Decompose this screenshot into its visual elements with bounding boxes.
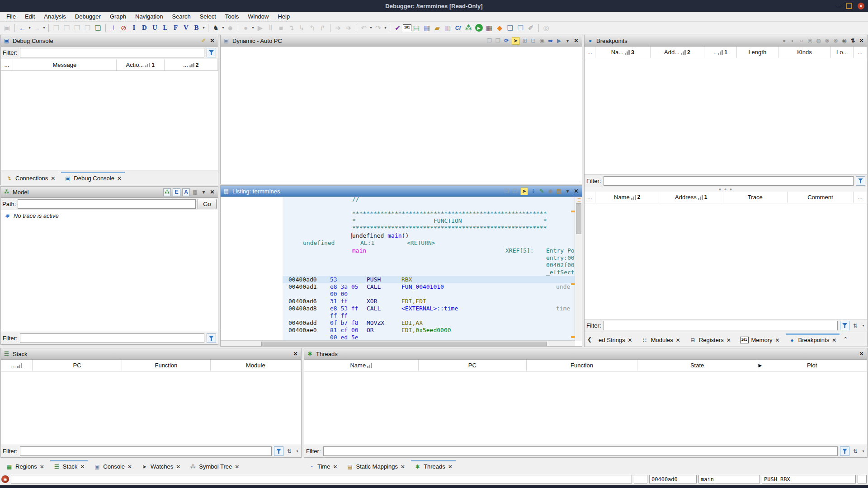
breakpoints-column-etc[interactable]: ..1: [704, 47, 737, 58]
breakpoint-locations-body[interactable]: [585, 203, 867, 319]
menu-edit[interactable]: Edit: [20, 12, 39, 21]
right-tab-registers-close[interactable]: ✕: [726, 337, 731, 343]
export-icon[interactable]: ↧: [530, 188, 537, 195]
console-tab-debug-console[interactable]: ▣Debug Console✕: [60, 172, 126, 185]
filter-funnel-icon[interactable]: [207, 333, 216, 343]
filter-funnel-icon[interactable]: [840, 446, 849, 456]
refresh-icon[interactable]: ⟳: [503, 38, 510, 44]
right-tab-modules[interactable]: ∷Modules✕: [637, 333, 684, 347]
disable-all-breakpoints-icon[interactable]: ◎: [807, 38, 813, 44]
attributes-icon[interactable]: A: [182, 188, 190, 196]
dropdown-caret-icon[interactable]: ▾: [861, 324, 865, 328]
tab-scroll-left-icon[interactable]: ❮: [585, 336, 594, 343]
back-icon-dropdown[interactable]: ▾: [28, 26, 32, 30]
breakpoints-column-kinds[interactable]: Kinds: [778, 47, 831, 58]
right-tab-memory-close[interactable]: ✕: [775, 337, 779, 343]
breakpoint-locations-column-trace[interactable]: Trace: [723, 192, 788, 203]
open-version-icon[interactable]: ❐: [62, 23, 71, 33]
function-compare-icon[interactable]: Cf: [453, 23, 463, 33]
menu-window[interactable]: Window: [243, 12, 273, 21]
bytes-table-icon[interactable]: ▥: [443, 23, 453, 33]
view-options-icon[interactable]: ▤: [556, 188, 562, 195]
set-condition-icon[interactable]: ◉: [841, 38, 848, 44]
copy-icon[interactable]: ❐: [512, 188, 519, 195]
close-icon[interactable]: ✕: [858, 351, 865, 357]
right-tab-modules-close[interactable]: ✕: [676, 337, 680, 343]
remove-breakpoint-icon[interactable]: ⊗: [824, 38, 830, 44]
threads-column-pc[interactable]: PC: [419, 360, 527, 371]
close-icon[interactable]: ✕: [209, 189, 216, 196]
menu-file[interactable]: File: [2, 12, 20, 21]
symbol-tree-toolbar-icon[interactable]: ⁂: [464, 23, 473, 33]
compare-program-icon[interactable]: ❐: [72, 23, 82, 33]
decompiler-icon[interactable]: ▦: [485, 23, 494, 33]
debug-target-icon-dropdown[interactable]: ▾: [221, 26, 225, 30]
bottom-left-tab-watches[interactable]: ➤Watches✕: [137, 460, 184, 473]
breakpoints-column-add[interactable]: Add...2: [651, 47, 705, 58]
no-entry-icon[interactable]: ⊘: [119, 23, 128, 33]
bottom-right-tab-static-mappings-close[interactable]: ✕: [401, 464, 405, 470]
track-pc-icon[interactable]: ⊟: [530, 38, 537, 44]
filter-config-icon[interactable]: ⇅: [852, 448, 859, 455]
bottom-left-tab-watches-close[interactable]: ✕: [176, 464, 180, 470]
debug-console-filter-input[interactable]: [20, 48, 205, 57]
breakpoint-l-icon[interactable]: L: [160, 23, 170, 33]
close-icon[interactable]: ✕: [292, 351, 299, 357]
dropdown-caret-icon[interactable]: ▾: [564, 38, 571, 44]
track-location-icon[interactable]: ⊞: [521, 38, 528, 44]
breakpoints-column-etc[interactable]: ...: [585, 47, 595, 58]
disconnect-icon[interactable]: ☻: [226, 23, 235, 33]
enable-all-breakpoints-icon[interactable]: ◐: [789, 38, 796, 44]
threads-column-plot[interactable]: Plot▶: [757, 360, 867, 371]
console-connect-icon[interactable]: ◎: [542, 23, 551, 33]
dynamic-header[interactable]: ▣Dynamic - Auto PC❐❐⟳➤⊞⊟◉⇒▶▾✕: [221, 35, 582, 47]
record-icon[interactable]: ●: [241, 23, 250, 33]
close-icon[interactable]: ✕: [858, 38, 865, 44]
menu-tools[interactable]: Tools: [221, 12, 243, 21]
threads-column-function[interactable]: Function: [527, 360, 637, 371]
menu-help[interactable]: Help: [273, 12, 294, 21]
filter-config-icon[interactable]: ⇅: [852, 323, 859, 329]
debug-console-column-actio[interactable]: Actio...1: [117, 59, 165, 70]
step-last-icon[interactable]: ↱: [318, 23, 327, 33]
maximize-icon[interactable]: [846, 3, 852, 9]
remove-all-breakpoints-icon[interactable]: ⊗: [832, 38, 839, 44]
bottom-right-tab-threads-close[interactable]: ✕: [448, 464, 453, 470]
clipboard-icon[interactable]: ▤: [192, 189, 198, 196]
enable-breakpoint-icon[interactable]: ●: [781, 38, 788, 44]
debug-target-icon[interactable]: ♞: [211, 23, 221, 33]
listing-header[interactable]: ▤Listing: termmines❐❐➤↧✎◉▤▾✕: [221, 186, 582, 197]
filter-config-icon[interactable]: ⇅: [286, 448, 293, 455]
debug-console-column-message[interactable]: Message: [13, 59, 117, 70]
go-button[interactable]: Go: [198, 199, 217, 209]
filter-config-icon[interactable]: ⇅: [849, 38, 856, 44]
save-icon[interactable]: ▣: [2, 23, 12, 33]
breakpoints-column-length[interactable]: Length: [737, 47, 778, 58]
undo-icon[interactable]: ↶: [359, 23, 368, 33]
filter-funnel-icon[interactable]: [840, 321, 849, 330]
menu-navigation[interactable]: Navigation: [131, 12, 167, 21]
bottom-right-tab-threads[interactable]: ✱Threads✕: [410, 460, 457, 473]
right-tab-breakpoints[interactable]: ●Breakpoints✕: [785, 333, 841, 347]
breakpoint-locations-filter-input[interactable]: [604, 321, 838, 330]
resume-icon[interactable]: ▶: [255, 23, 265, 33]
clear-console-icon[interactable]: ✐: [200, 38, 207, 44]
cursor-select-icon[interactable]: ➤: [512, 37, 519, 45]
threads-body[interactable]: [304, 371, 867, 445]
breakpoints-column-na[interactable]: Na...3: [595, 47, 651, 58]
model-filter-input[interactable]: [20, 333, 205, 343]
stack-column-module[interactable]: Module: [211, 360, 301, 371]
breakpoints-filter-input[interactable]: [604, 176, 854, 186]
run-to-icon[interactable]: ▶: [556, 38, 562, 44]
stack-header[interactable]: ☰Stack✕: [1, 348, 301, 360]
breakpoint-invalid-icon[interactable]: I: [129, 23, 139, 33]
close-icon[interactable]: ✕: [858, 3, 864, 9]
dropdown-caret-icon[interactable]: ▾: [200, 189, 207, 196]
program-folder-icon[interactable]: ▰: [433, 23, 442, 33]
breakpoint-locations-column-comment[interactable]: Comment: [788, 192, 854, 203]
bottom-left-tab-stack[interactable]: ☰Stack✕: [49, 460, 89, 473]
open-program-icon[interactable]: ❐: [52, 23, 61, 33]
dropdown-caret-icon[interactable]: ▾: [295, 449, 299, 453]
step-out-icon[interactable]: ↰: [307, 23, 317, 33]
model-body[interactable]: ✱ No trace is active: [1, 210, 218, 332]
